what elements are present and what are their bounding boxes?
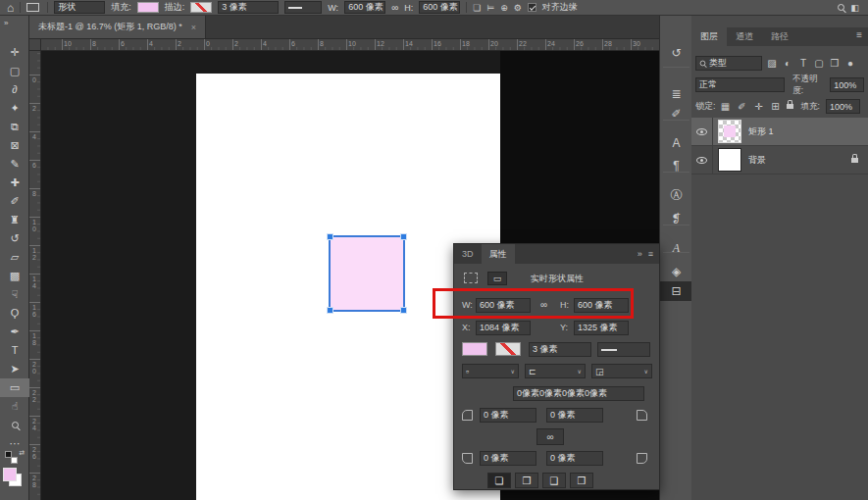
close-tab-icon[interactable]: × [191,23,196,32]
tab-paths[interactable]: 路径 [762,27,797,46]
frame-tool[interactable]: ⊠ [0,136,29,155]
filter-shape-icon[interactable]: ▢ [813,58,825,69]
tab-3d[interactable]: 3D [454,244,482,264]
pathfinder-subtract-icon[interactable]: ❐ [515,473,538,488]
corner-top-right-input[interactable]: 0 像素 [546,408,603,423]
stroke-width-select[interactable]: 3 像素 [218,1,279,14]
path-alignment-icon[interactable]: ⊨ [486,3,494,13]
layer-thumbnail[interactable] [718,148,741,172]
transform-handle-top-right[interactable] [400,233,407,240]
3d-panel-icon[interactable]: ◈ [660,262,692,281]
home-icon[interactable]: ⌂ [7,1,14,15]
shape-stroke-width-select[interactable]: 3 像素 [529,342,591,357]
rectangle-shape[interactable] [329,235,405,312]
shape-stroke-swatch[interactable] [495,342,521,356]
filter-adjustment-icon[interactable]: ◐ [782,58,793,69]
lasso-tool[interactable]: ∂ [0,80,29,99]
move-tool[interactable]: ✛ [0,43,29,62]
shape-height-input[interactable]: 600 像素 [574,298,629,313]
radius-summary-field[interactable]: 0像素0像素0像素0像素 [513,386,644,401]
hand-tool[interactable]: ☝ [0,397,29,416]
transform-handle-top-left[interactable] [327,233,333,240]
shape-fill-swatch[interactable] [462,342,487,356]
layer-filter-select[interactable]: 类型 [695,56,762,71]
layer-name[interactable]: 背景 [748,154,766,167]
stroke-align-select[interactable]: ▫∨ [462,364,519,378]
lock-all-icon[interactable] [787,104,793,109]
brushes-panel-icon[interactable]: ✐ [660,104,692,124]
stroke-caps-select[interactable]: ⊏∨ [525,364,586,378]
path-selection-tool[interactable]: ➤ [0,360,29,378]
default-colors-icon[interactable]: ⇄ [4,451,24,465]
glyphs-panel-icon[interactable]: A [660,238,692,258]
shape-y-input[interactable]: 1325 像素 [574,321,629,335]
search-icon[interactable] [838,4,844,11]
layer-thumbnail[interactable] [718,120,741,143]
pathfinder-exclude-icon[interactable]: ❒ [570,473,593,488]
vertical-ruler[interactable]: 024681 01 21 41 61 82 02 22 42 62 8 [29,51,41,500]
swap-colors-icon[interactable]: ⇄ [19,449,25,457]
path-operations-icon[interactable]: ❏ [473,3,481,13]
panel-menu-icon[interactable]: ≡ [856,29,862,40]
shape-stroke-type-select[interactable] [597,342,650,357]
rectangle-tool[interactable]: ▭ [0,378,29,397]
tab-layers[interactable]: 图层 [691,27,727,46]
link-dimensions-icon[interactable]: ∞ [391,2,398,13]
marquee-tool[interactable]: ▢ [0,62,29,80]
width-input[interactable]: 600 像素 [344,1,385,14]
link-corners-button[interactable]: ∞ [536,428,564,445]
corner-bottom-right-input[interactable]: 0 像素 [546,451,603,466]
lock-position-icon[interactable]: ✛ [753,101,765,112]
eraser-tool[interactable]: ▱ [0,248,29,267]
quick-selection-tool[interactable]: ✦ [0,99,29,118]
tool-mode-select[interactable]: 形状 [54,1,105,14]
align-edges-checkbox[interactable] [528,3,536,12]
filter-smart-object-icon[interactable]: ❒ [829,58,841,69]
height-input[interactable]: 600 像素 [419,1,460,14]
filter-toggle-icon[interactable]: ● [844,58,856,69]
gradient-tool[interactable]: ▩ [0,267,29,285]
character-styles-panel-icon[interactable]: Ⓐ [660,185,692,205]
panel-menu-icon[interactable]: ≡ [648,249,653,259]
stroke-color-swatch[interactable] [190,2,212,13]
paragraph-styles-panel-icon[interactable]: ❡ [660,209,692,228]
visibility-cell[interactable] [691,118,713,145]
lock-image-pixels-icon[interactable]: ✐ [737,101,748,112]
transform-handle-bottom-left[interactable] [327,307,333,314]
link-wh-icon[interactable]: ∞ [540,299,547,310]
collapse-panel-icon[interactable]: » [638,249,642,259]
paragraph-panel-icon[interactable]: ¶ [660,156,692,175]
shape-properties-icon[interactable]: ▭ [487,272,507,285]
history-brush-tool[interactable]: ↺ [0,229,29,248]
healing-brush-tool[interactable]: ✚ [0,174,29,192]
toolbar-expand-button[interactable]: » [0,16,29,39]
workspace-switcher[interactable]: ◧ [850,3,861,13]
brush-settings-panel-icon[interactable]: ≣ [660,84,692,104]
properties-panel-icon[interactable]: ⊟ [660,281,692,301]
horizontal-ruler[interactable]: 108642024681012141618202224262830 [41,39,659,51]
brush-tool[interactable]: ✐ [0,192,29,211]
geometry-options-gear-icon[interactable]: ⚙ [514,3,522,13]
history-panel-icon[interactable]: ↺ [660,43,692,63]
crop-tool[interactable]: ⧉ [0,118,29,136]
clone-stamp-tool[interactable]: ♜ [0,211,29,229]
corner-bottom-left-input[interactable]: 0 像素 [480,451,536,466]
layer-row-rectangle[interactable]: 矩形 1 [691,118,868,146]
opacity-input[interactable]: 100% [830,77,864,92]
lock-artboard-icon[interactable]: ⊞ [770,101,782,112]
pen-tool[interactable]: ✒ [0,323,29,341]
transform-handle-bottom-right[interactable] [400,307,407,314]
type-tool[interactable]: T [0,341,29,360]
path-arrangement-icon[interactable]: ⊕ [500,3,508,13]
tool-preset-picker[interactable] [26,3,41,12]
stroke-corners-select[interactable]: ◲∨ [591,364,652,378]
ruler-origin-corner[interactable] [29,39,41,51]
corner-top-left-input[interactable]: 0 像素 [480,408,536,423]
character-panel-icon[interactable]: A [660,133,692,153]
fill-color-swatch[interactable] [137,2,159,13]
eyedropper-tool[interactable]: ✎ [0,155,29,174]
foreground-color-swatch[interactable] [3,468,17,481]
stroke-type-select[interactable] [284,1,322,14]
tab-properties[interactable]: 属性 [482,244,515,264]
filter-type-icon[interactable]: T [797,58,809,69]
